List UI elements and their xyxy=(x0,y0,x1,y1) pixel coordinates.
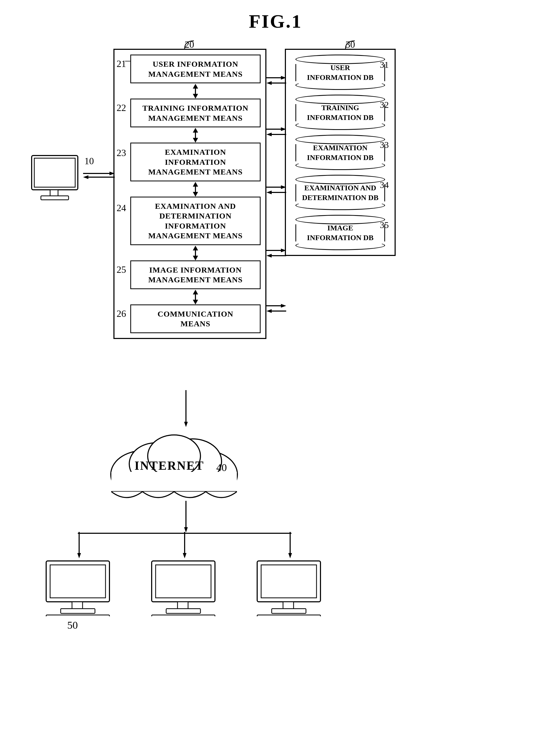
label-24: 24 xyxy=(117,202,126,214)
db-33: 33 EXAMINATIONINFORMATION DB xyxy=(291,135,390,170)
arrow-to-left-client xyxy=(75,532,83,558)
svg-rect-58 xyxy=(152,615,215,616)
arrow-from-db32 xyxy=(266,132,286,137)
arrow-to-db34 xyxy=(266,248,286,253)
arrow-to-db35 xyxy=(266,303,286,308)
svg-rect-61 xyxy=(261,565,317,598)
image-info-mgmt: IMAGE INFORMATIONMANAGEMENT MEANS xyxy=(130,260,260,289)
training-info-mgmt: TRAINING INFORMATIONMANAGEMENT MEANS xyxy=(130,99,260,127)
svg-marker-13 xyxy=(266,133,272,136)
arrow-to-right-client xyxy=(286,532,294,558)
arrow-to-db31 xyxy=(266,75,286,80)
svg-rect-55 xyxy=(156,565,211,598)
db-32: 32 TRAININGINFORMATION DB xyxy=(291,95,390,130)
server-block: 21 USER INFORMATIONMANAGEMENT MEANS 22 T… xyxy=(113,49,266,339)
client-mid xyxy=(146,558,220,617)
svg-marker-11 xyxy=(266,81,272,85)
svg-marker-25 xyxy=(109,172,115,175)
label-23: 23 xyxy=(117,147,126,158)
svg-marker-19 xyxy=(266,309,272,313)
db-35: 35 IMAGEINFORMATION DB xyxy=(291,215,390,250)
svg-rect-52 xyxy=(46,615,109,616)
svg-rect-21 xyxy=(34,158,75,187)
label-21: 21 xyxy=(117,58,126,69)
svg-marker-5 xyxy=(281,185,286,189)
arrow-internet-clients xyxy=(182,501,190,532)
svg-marker-17 xyxy=(266,254,272,258)
svg-rect-51 xyxy=(61,609,95,613)
client-left: 50 xyxy=(41,558,115,617)
label-25: 25 xyxy=(117,264,126,275)
arrow-from-db31 xyxy=(266,80,286,86)
label-22: 22 xyxy=(117,102,126,113)
svg-rect-64 xyxy=(257,615,321,616)
db-34: 34 EXAMINATION ANDDETERMINATION DB xyxy=(291,175,390,210)
user-info-mgmt: USER INFORMATIONMANAGEMENT MEANS xyxy=(130,55,260,83)
svg-rect-23 xyxy=(41,196,69,200)
arrow-server-internet xyxy=(182,390,190,427)
arrow-to-db32 xyxy=(266,127,286,132)
label-40: 40 xyxy=(216,461,227,474)
arrow-from-db33 xyxy=(266,190,286,195)
svg-marker-1 xyxy=(281,76,286,80)
svg-rect-22 xyxy=(50,190,58,196)
arrow-client-server xyxy=(83,171,115,179)
client-right xyxy=(252,558,326,617)
svg-rect-62 xyxy=(283,602,294,609)
svg-marker-47 xyxy=(288,553,292,558)
client-computer-10: 10 xyxy=(26,153,84,207)
comm-means: COMMUNICATIONMEANS xyxy=(130,304,260,333)
svg-rect-57 xyxy=(166,609,200,613)
svg-rect-56 xyxy=(177,602,188,609)
svg-marker-43 xyxy=(77,553,81,558)
svg-marker-3 xyxy=(281,127,286,131)
internet-label: INTERNET xyxy=(134,459,204,473)
arrow-from-db34 xyxy=(266,253,286,258)
arrow-from-db35 xyxy=(266,308,286,314)
exam-det-info-mgmt: EXAMINATION ANDDETERMINATIONINFORMATIONM… xyxy=(130,197,260,245)
page-container: FIG.1 20 30 21 USER INFORMATIONMANAGEMEN… xyxy=(0,0,551,756)
svg-rect-63 xyxy=(272,609,306,613)
svg-rect-49 xyxy=(50,565,105,598)
internet-cloud: INTERNET 40 xyxy=(103,427,245,502)
label-10: 10 xyxy=(84,156,94,167)
svg-marker-45 xyxy=(183,553,186,558)
arrow-to-db33 xyxy=(266,185,286,190)
arrow-to-mid-client xyxy=(181,532,188,558)
svg-rect-50 xyxy=(72,602,83,609)
exam-info-mgmt: EXAMINATIONINFORMATIONMANAGEMENT MEANS xyxy=(130,143,260,181)
label-26: 26 xyxy=(117,308,126,319)
svg-marker-9 xyxy=(281,304,286,308)
db-31: 31 USERINFORMATION DB xyxy=(291,55,390,90)
svg-marker-27 xyxy=(83,175,88,179)
svg-marker-40 xyxy=(184,527,188,532)
svg-marker-15 xyxy=(266,191,272,194)
figure-title: FIG.1 xyxy=(0,11,551,32)
db-block: 31 USERINFORMATION DB 32 TRAININGINFORMA… xyxy=(285,49,396,256)
label-50: 50 xyxy=(67,619,78,631)
svg-marker-29 xyxy=(184,422,188,427)
svg-marker-7 xyxy=(281,249,286,252)
